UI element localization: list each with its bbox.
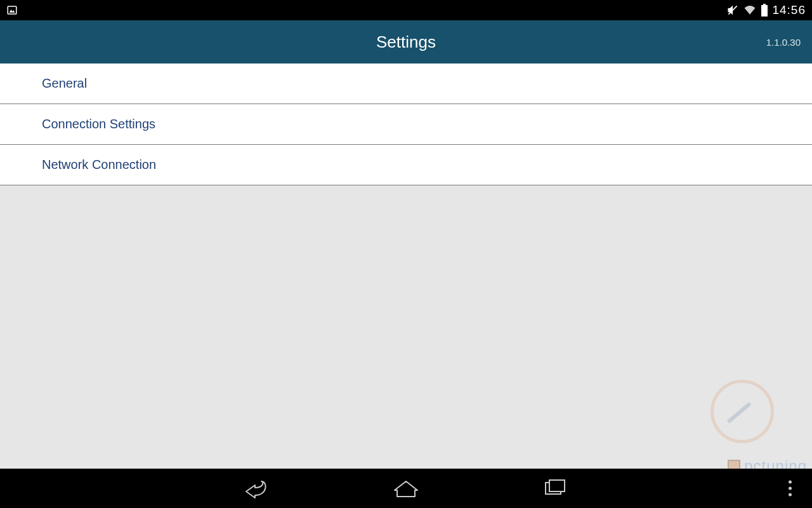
list-item-connection-settings[interactable]: Connection Settings	[0, 104, 812, 145]
dot-icon	[789, 481, 792, 484]
version-label: 1.1.0.30	[766, 37, 801, 48]
home-icon	[391, 478, 421, 499]
content-area: pctuning	[0, 185, 812, 469]
home-button[interactable]	[389, 476, 423, 500]
back-button[interactable]	[240, 476, 275, 500]
navigation-bar	[0, 469, 812, 508]
dot-icon	[789, 487, 792, 490]
battery-icon	[761, 4, 768, 17]
dot-icon	[789, 493, 792, 497]
svg-rect-0	[8, 6, 16, 14]
watermark-needle-icon	[726, 402, 751, 424]
status-bar: 14:56	[0, 0, 812, 20]
list-item-general[interactable]: General	[0, 64, 812, 104]
svg-marker-1	[10, 10, 15, 13]
svg-rect-3	[763, 4, 766, 5]
image-icon	[6, 4, 18, 16]
title-bar: Settings 1.1.0.30	[0, 20, 812, 64]
settings-list: General Connection Settings Network Conn…	[0, 64, 812, 185]
wifi-icon	[743, 4, 757, 17]
watermark-gauge-icon	[710, 380, 774, 443]
clock: 14:56	[772, 3, 806, 17]
svg-rect-4	[761, 5, 768, 17]
overflow-menu-button[interactable]	[783, 476, 797, 502]
list-item-label: General	[42, 76, 87, 91]
recent-apps-button[interactable]	[537, 476, 572, 500]
list-item-label: Connection Settings	[42, 117, 155, 131]
back-icon	[242, 478, 273, 499]
recent-icon	[539, 478, 570, 499]
page-title: Settings	[376, 32, 436, 52]
svg-rect-6	[549, 480, 565, 491]
list-item-network-connection[interactable]: Network Connection	[0, 145, 812, 185]
list-item-label: Network Connection	[42, 157, 156, 172]
mute-icon	[726, 4, 739, 17]
